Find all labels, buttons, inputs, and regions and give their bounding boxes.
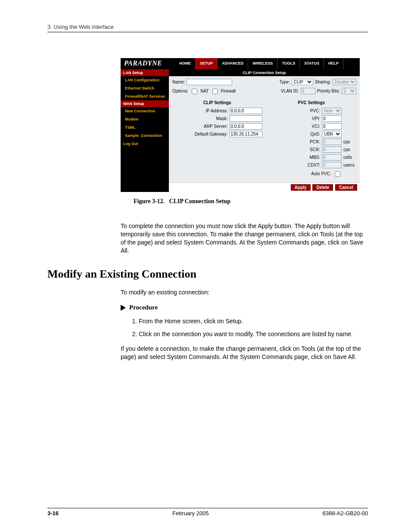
firewall-checkbox[interactable] (212, 89, 218, 94)
procedure-label: Procedure (129, 304, 158, 311)
sidebar: LAN Setup LAN Configuration Ethernet Swi… (121, 69, 169, 192)
vci-input[interactable] (322, 123, 342, 130)
sidebar-modem[interactable]: Modem (121, 115, 169, 124)
scr-label: SCR: (310, 147, 320, 152)
pvc-settings-column: PVC Settings PVC:New VPI: VCI: QoS:UBR P… (267, 99, 357, 179)
ip-address-input[interactable] (230, 108, 262, 114)
mask-label: Mask: (216, 116, 228, 121)
scr-unit: cps (343, 147, 356, 152)
cancel-button[interactable]: Cancel (335, 184, 357, 191)
sidebar-new-connection[interactable]: New Connection (121, 107, 169, 115)
sidebar-wan-head: WAN Setup (121, 100, 169, 107)
pvc-settings-head: PVC Settings (267, 99, 357, 108)
cdvt-unit: usecs (343, 163, 356, 167)
scr-input[interactable] (322, 146, 342, 153)
nat-label: NAT (200, 89, 209, 93)
pcr-unit: cps (343, 139, 356, 144)
priority-bits-label: Priority Bits: (317, 89, 340, 93)
priority-bits-select[interactable]: 0 (342, 88, 356, 94)
firewall-label: Firewall (221, 89, 236, 93)
sidebar-lan-head: LAN Setup (121, 69, 169, 76)
vpi-input[interactable] (322, 115, 342, 122)
mbs-unit: cells (343, 155, 356, 160)
procedure-marker: Procedure (121, 304, 368, 311)
vlan-label: VLAN ID: (281, 89, 299, 93)
sidebar-tsml[interactable]: TSML (121, 124, 169, 132)
auto-pvc-checkbox[interactable] (335, 171, 340, 177)
type-select[interactable]: CLIP (292, 79, 313, 85)
type-label: Type: (279, 80, 290, 84)
pvc-label: PVC: (310, 108, 320, 113)
chapter-heading: 3. Using the Web Interface (47, 24, 368, 32)
sharing-select[interactable]: Disable (333, 79, 356, 85)
mbs-label: MBS: (310, 155, 320, 160)
procedure-steps: From the Home screen, click on Setup. Cl… (130, 317, 368, 338)
qos-select[interactable]: UBR (322, 131, 342, 137)
nav-advanced[interactable]: ADVANCED (218, 58, 248, 69)
sharing-label: Sharing: (315, 80, 331, 84)
default-gateway-input[interactable] (230, 131, 262, 137)
nav-help[interactable]: HELP (324, 58, 343, 69)
qos-label: QoS: (310, 132, 320, 136)
arp-server-label: ARP Server: (204, 124, 227, 129)
nav-status[interactable]: STATUS (300, 58, 324, 69)
name-input[interactable] (187, 79, 232, 85)
pcr-label: PCR: (310, 139, 320, 144)
step-1: From the Home screen, click on Setup. (139, 317, 368, 326)
section-heading: Modify an Existing Connection (47, 268, 368, 281)
arp-server-input[interactable] (230, 123, 262, 130)
paragraph-apply: To complete the connection you must now … (121, 222, 368, 255)
default-gateway-label: Default Gateway: (195, 132, 228, 136)
nav-setup[interactable]: SETUP (196, 58, 218, 69)
panel-title: CLIP Connection Setup (169, 69, 360, 76)
nav-home[interactable]: HOME (175, 58, 196, 69)
clip-settings-head: CLIP Settings (172, 99, 262, 108)
paragraph-delete-note: If you delete a connection, to make the … (121, 345, 368, 361)
figure-caption: Figure 3-12. CLIP Connection Setup (134, 198, 368, 205)
vpi-label: VPI: (312, 116, 320, 121)
page-footer: 3-16 February 2005 6388-A2-GB20-00 (47, 508, 368, 517)
nav-tools[interactable]: TOOLS (277, 58, 300, 69)
sidebar-log-out[interactable]: Log Out (121, 140, 169, 148)
ip-address-label: IP Address: (206, 108, 228, 113)
vci-label: VCI: (312, 124, 320, 129)
name-label: Name: (172, 80, 185, 84)
vlan-input[interactable] (301, 88, 315, 94)
clip-settings-column: CLIP Settings IP Address: Mask: ARP Serv… (172, 99, 262, 179)
pcr-input[interactable] (322, 139, 342, 145)
mask-input[interactable] (230, 115, 262, 122)
apply-button[interactable]: Apply (291, 184, 311, 191)
paragraph-intro: To modify an existing connection: (121, 288, 368, 297)
nat-checkbox[interactable] (192, 89, 197, 94)
triangle-icon (121, 305, 126, 311)
brand-logo: PARADYNE (121, 58, 175, 69)
cdvt-input[interactable] (322, 162, 342, 168)
step-2: Click on the connection you want to modi… (139, 330, 368, 339)
sidebar-sample-connection[interactable]: Sample_Connection (121, 132, 169, 140)
pvc-select[interactable]: New (322, 108, 342, 114)
figure-screenshot: PARADYNE HOME SETUP ADVANCED WIRELESS TO… (121, 58, 368, 192)
sidebar-firewall-nat[interactable]: Firewall/NAT Services (121, 93, 169, 101)
delete-button[interactable]: Delete (312, 184, 333, 191)
sidebar-eth-switch[interactable]: Ethernet Switch (121, 84, 169, 93)
top-nav: HOME SETUP ADVANCED WIRELESS TOOLS STATU… (175, 58, 360, 69)
options-label: Options: (172, 89, 188, 93)
cdvt-label: CDVT: (308, 163, 320, 167)
sidebar-lan-config[interactable]: LAN Configuration (121, 76, 169, 84)
nav-wireless[interactable]: WIRELESS (248, 58, 277, 69)
footer-docnum: 6388-A2-GB20-00 (322, 510, 368, 517)
page-number: 3-16 (47, 510, 59, 517)
auto-pvc-label: Auto PVC: (311, 171, 331, 176)
footer-date: February 2005 (172, 510, 209, 517)
mbs-input[interactable] (322, 154, 342, 161)
